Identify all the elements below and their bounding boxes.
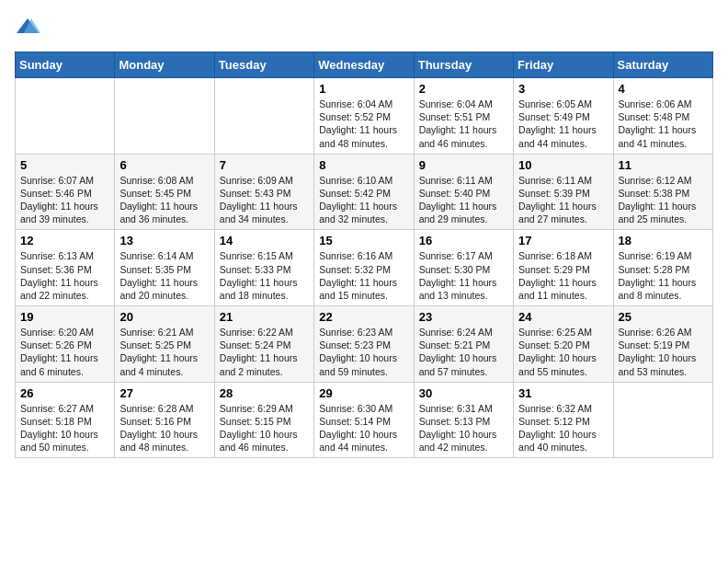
calendar-cell: 13Sunrise: 6:14 AM Sunset: 5:35 PM Dayli…	[115, 230, 214, 306]
day-number: 18	[619, 234, 708, 247]
calendar-week-4: 19Sunrise: 6:20 AM Sunset: 5:26 PM Dayli…	[16, 306, 713, 383]
day-info: Sunrise: 6:04 AM Sunset: 5:52 PM Dayligh…	[319, 98, 408, 150]
calendar-cell	[613, 382, 712, 458]
day-number: 10	[518, 158, 608, 172]
calendar-cell: 12Sunrise: 6:13 AM Sunset: 5:36 PM Dayli…	[16, 230, 115, 306]
day-info: Sunrise: 6:05 AM Sunset: 5:49 PM Dayligh…	[518, 98, 608, 150]
day-number: 6	[119, 158, 209, 172]
day-info: Sunrise: 6:26 AM Sunset: 5:19 PM Dayligh…	[619, 326, 708, 378]
day-number: 7	[220, 158, 309, 172]
col-header-saturday: Saturday	[613, 52, 712, 78]
calendar-cell: 14Sunrise: 6:15 AM Sunset: 5:33 PM Dayli…	[214, 230, 313, 306]
calendar-cell: 17Sunrise: 6:18 AM Sunset: 5:29 PM Dayli…	[514, 230, 613, 306]
page-header	[15, 15, 713, 40]
day-info: Sunrise: 6:21 AM Sunset: 5:25 PM Dayligh…	[119, 326, 209, 378]
calendar-cell: 29Sunrise: 6:30 AM Sunset: 5:14 PM Dayli…	[314, 382, 414, 458]
day-info: Sunrise: 6:17 AM Sunset: 5:30 PM Dayligh…	[419, 249, 508, 302]
calendar-cell: 4Sunrise: 6:06 AM Sunset: 5:48 PM Daylig…	[613, 78, 712, 155]
col-header-wednesday: Wednesday	[314, 52, 414, 78]
day-number: 31	[518, 386, 608, 400]
calendar-cell	[115, 78, 214, 155]
calendar-cell: 21Sunrise: 6:22 AM Sunset: 5:24 PM Dayli…	[214, 306, 313, 383]
calendar-cell: 7Sunrise: 6:09 AM Sunset: 5:43 PM Daylig…	[214, 154, 313, 230]
day-info: Sunrise: 6:11 AM Sunset: 5:40 PM Dayligh…	[419, 174, 508, 226]
col-header-tuesday: Tuesday	[214, 52, 313, 78]
calendar-cell: 5Sunrise: 6:07 AM Sunset: 5:46 PM Daylig…	[16, 154, 115, 230]
calendar-cell: 19Sunrise: 6:20 AM Sunset: 5:26 PM Dayli…	[16, 306, 115, 383]
calendar-cell: 23Sunrise: 6:24 AM Sunset: 5:21 PM Dayli…	[414, 306, 513, 383]
calendar-cell: 15Sunrise: 6:16 AM Sunset: 5:32 PM Dayli…	[314, 230, 414, 306]
day-number: 16	[419, 234, 508, 247]
day-info: Sunrise: 6:15 AM Sunset: 5:33 PM Dayligh…	[220, 249, 309, 302]
day-number: 20	[119, 310, 209, 324]
day-number: 30	[419, 386, 508, 400]
calendar-cell: 25Sunrise: 6:26 AM Sunset: 5:19 PM Dayli…	[613, 306, 712, 383]
day-info: Sunrise: 6:29 AM Sunset: 5:15 PM Dayligh…	[220, 402, 309, 454]
day-info: Sunrise: 6:07 AM Sunset: 5:46 PM Dayligh…	[20, 174, 109, 226]
day-info: Sunrise: 6:23 AM Sunset: 5:23 PM Dayligh…	[319, 326, 408, 378]
day-number: 1	[319, 82, 408, 96]
day-info: Sunrise: 6:27 AM Sunset: 5:18 PM Dayligh…	[20, 402, 109, 454]
day-info: Sunrise: 6:28 AM Sunset: 5:16 PM Dayligh…	[119, 402, 209, 454]
calendar-cell: 9Sunrise: 6:11 AM Sunset: 5:40 PM Daylig…	[414, 154, 513, 230]
day-info: Sunrise: 6:19 AM Sunset: 5:28 PM Dayligh…	[619, 249, 708, 302]
day-number: 11	[619, 158, 708, 172]
day-info: Sunrise: 6:16 AM Sunset: 5:32 PM Dayligh…	[319, 249, 408, 302]
calendar-cell: 6Sunrise: 6:08 AM Sunset: 5:45 PM Daylig…	[115, 154, 214, 230]
day-info: Sunrise: 6:31 AM Sunset: 5:13 PM Dayligh…	[419, 402, 508, 454]
calendar-week-3: 12Sunrise: 6:13 AM Sunset: 5:36 PM Dayli…	[16, 230, 713, 306]
day-number: 3	[518, 82, 608, 96]
calendar-cell: 16Sunrise: 6:17 AM Sunset: 5:30 PM Dayli…	[414, 230, 513, 306]
calendar-cell: 24Sunrise: 6:25 AM Sunset: 5:20 PM Dayli…	[514, 306, 613, 383]
calendar-cell	[16, 78, 115, 155]
day-number: 29	[319, 386, 408, 400]
day-info: Sunrise: 6:22 AM Sunset: 5:24 PM Dayligh…	[220, 326, 309, 378]
day-info: Sunrise: 6:25 AM Sunset: 5:20 PM Dayligh…	[518, 326, 608, 378]
day-number: 27	[119, 386, 209, 400]
calendar-cell: 31Sunrise: 6:32 AM Sunset: 5:12 PM Dayli…	[514, 382, 613, 458]
day-number: 25	[619, 310, 708, 324]
day-info: Sunrise: 6:13 AM Sunset: 5:36 PM Dayligh…	[20, 249, 109, 302]
day-info: Sunrise: 6:06 AM Sunset: 5:48 PM Dayligh…	[619, 98, 708, 150]
day-info: Sunrise: 6:09 AM Sunset: 5:43 PM Dayligh…	[220, 174, 309, 226]
col-header-thursday: Thursday	[414, 52, 513, 78]
calendar-cell: 10Sunrise: 6:11 AM Sunset: 5:39 PM Dayli…	[514, 154, 613, 230]
logo-icon	[15, 15, 40, 40]
day-info: Sunrise: 6:08 AM Sunset: 5:45 PM Dayligh…	[119, 174, 209, 226]
logo	[15, 15, 44, 40]
day-number: 4	[619, 82, 708, 96]
day-number: 8	[319, 158, 408, 172]
calendar-week-5: 26Sunrise: 6:27 AM Sunset: 5:18 PM Dayli…	[16, 382, 713, 458]
day-info: Sunrise: 6:24 AM Sunset: 5:21 PM Dayligh…	[419, 326, 508, 378]
day-number: 23	[419, 310, 508, 324]
calendar-cell: 11Sunrise: 6:12 AM Sunset: 5:38 PM Dayli…	[613, 154, 712, 230]
day-info: Sunrise: 6:30 AM Sunset: 5:14 PM Dayligh…	[319, 402, 408, 454]
day-info: Sunrise: 6:18 AM Sunset: 5:29 PM Dayligh…	[518, 249, 608, 302]
day-info: Sunrise: 6:20 AM Sunset: 5:26 PM Dayligh…	[20, 326, 109, 378]
calendar-cell: 22Sunrise: 6:23 AM Sunset: 5:23 PM Dayli…	[314, 306, 414, 383]
calendar-week-2: 5Sunrise: 6:07 AM Sunset: 5:46 PM Daylig…	[16, 154, 713, 230]
day-number: 9	[419, 158, 508, 172]
calendar-cell: 27Sunrise: 6:28 AM Sunset: 5:16 PM Dayli…	[115, 382, 214, 458]
calendar-cell: 26Sunrise: 6:27 AM Sunset: 5:18 PM Dayli…	[16, 382, 115, 458]
day-info: Sunrise: 6:12 AM Sunset: 5:38 PM Dayligh…	[619, 174, 708, 226]
day-info: Sunrise: 6:04 AM Sunset: 5:51 PM Dayligh…	[419, 98, 508, 150]
calendar-cell: 3Sunrise: 6:05 AM Sunset: 5:49 PM Daylig…	[514, 78, 613, 155]
calendar: SundayMondayTuesdayWednesdayThursdayFrid…	[15, 52, 713, 458]
day-number: 17	[518, 234, 608, 247]
calendar-cell: 30Sunrise: 6:31 AM Sunset: 5:13 PM Dayli…	[414, 382, 513, 458]
day-number: 2	[419, 82, 508, 96]
day-number: 24	[518, 310, 608, 324]
col-header-monday: Monday	[115, 52, 214, 78]
day-number: 5	[20, 158, 109, 172]
day-number: 15	[319, 234, 408, 247]
col-header-sunday: Sunday	[16, 52, 115, 78]
day-number: 22	[319, 310, 408, 324]
day-info: Sunrise: 6:10 AM Sunset: 5:42 PM Dayligh…	[319, 174, 408, 226]
calendar-cell: 20Sunrise: 6:21 AM Sunset: 5:25 PM Dayli…	[115, 306, 214, 383]
day-number: 21	[220, 310, 309, 324]
calendar-cell: 28Sunrise: 6:29 AM Sunset: 5:15 PM Dayli…	[214, 382, 313, 458]
calendar-header-row: SundayMondayTuesdayWednesdayThursdayFrid…	[16, 52, 713, 78]
day-info: Sunrise: 6:14 AM Sunset: 5:35 PM Dayligh…	[119, 249, 209, 302]
day-number: 26	[20, 386, 109, 400]
